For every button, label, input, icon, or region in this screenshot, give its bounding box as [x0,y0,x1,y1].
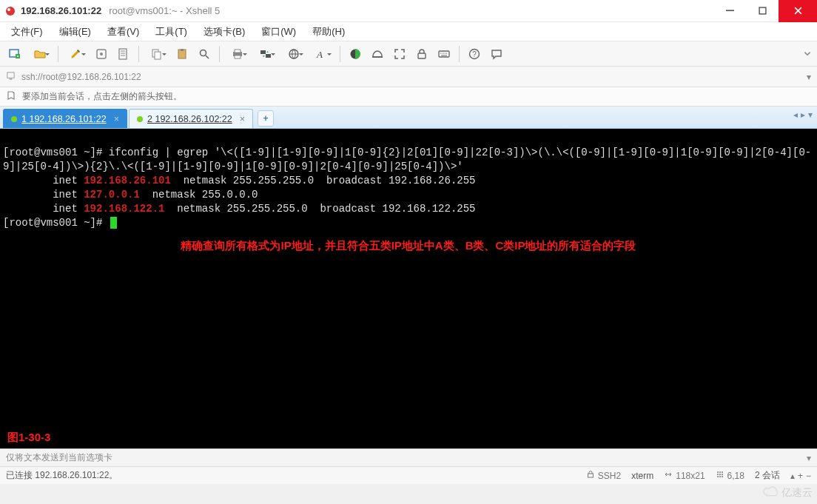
tunneling-button[interactable] [367,44,388,64]
keyboard-button[interactable] [434,44,454,64]
svg-rect-15 [235,50,241,53]
svg-point-33 [717,474,719,475]
app-icon [4,5,16,17]
svg-point-31 [719,471,721,473]
resize-icon [664,470,673,481]
status-sessions: 2 会话 [755,469,780,482]
svg-point-36 [717,476,719,477]
add-tab-button[interactable]: + [258,110,274,127]
chevron-down-icon[interactable]: ▾ [807,453,811,463]
status-bar: 已连接 192.168.26.101:22。 SSH2 xterm 118x21… [0,466,817,484]
status-protocol: SSH2 [586,470,621,481]
svg-point-13 [201,50,206,56]
close-button[interactable] [779,0,817,22]
tab-next-icon[interactable]: ▸ [801,110,805,120]
cursor-icon [110,217,117,229]
session-tabs: 1 192.168.26.101:22 × 2 192.168.26.102:2… [0,107,817,129]
status-term-type: xterm [631,471,653,481]
address-text[interactable]: ssh://root@192.168.26.101:22 [21,72,141,82]
chevron-up-icon[interactable]: ▴ [790,471,795,481]
properties-button[interactable] [113,44,134,64]
svg-rect-3 [759,7,766,14]
terminal-annotation: 精确查询所有格式为IP地址，并且符合五类IP地址中A类、B类、C类IP地址的所有… [0,238,817,252]
status-cursor-pos: 6,18 [716,470,744,481]
reconnect-button[interactable] [63,44,90,64]
svg-rect-16 [235,56,241,58]
terminal-prompt-line: [root@vms001 ~]# [3,217,117,229]
session-tab-1[interactable]: 1 192.168.26.101:22 × [3,109,127,128]
close-icon[interactable]: × [114,114,119,124]
terminal-output-line: inet 192.168.122.1 netmask 255.255.255.0… [3,203,476,215]
close-icon[interactable]: × [240,114,245,124]
menu-view[interactable]: 查看(V) [101,23,146,41]
svg-point-32 [722,471,723,473]
open-session-button[interactable] [27,44,53,64]
maximize-button[interactable] [746,0,779,22]
find-button[interactable] [194,44,215,64]
menu-window[interactable]: 窗口(W) [255,23,303,41]
menu-file[interactable]: 文件(F) [4,23,50,41]
print-button[interactable] [224,44,251,64]
address-dropdown-icon[interactable]: ▾ [807,72,811,82]
font-button[interactable]: A [309,44,335,64]
toolbar-overflow-button[interactable] [802,44,813,64]
send-target-text: 仅将文本发送到当前选项卡 [6,451,112,464]
menu-tabs[interactable]: 选项卡(B) [197,23,252,41]
watermark: 亿速云 [762,485,813,501]
chat-button[interactable] [486,44,507,64]
svg-point-1 [7,8,10,11]
svg-rect-24 [439,51,449,57]
paste-button[interactable] [172,44,192,64]
new-session-button[interactable] [4,44,25,64]
window-titlebar: 192.168.26.101:22 root@vms001:~ - Xshell… [0,0,817,22]
toolbar-separator [340,46,340,62]
window-title-host: 192.168.26.101:22 [21,5,101,16]
host-icon [6,71,16,83]
lock-icon [586,470,595,481]
terminal-command: ifconfig | egrep '\<([1-9]|[1-9][0-9]|1[… [3,147,811,172]
svg-text:A: A [316,49,323,60]
language-button[interactable] [280,44,307,64]
plus-icon[interactable]: + [798,471,803,481]
svg-point-34 [719,474,721,475]
terminal-output-line: inet 192.168.26.101 netmask 255.255.255.… [3,175,476,187]
toolbar-separator [219,46,220,62]
minus-icon[interactable]: − [806,471,811,481]
svg-rect-18 [266,54,271,58]
bookmark-add-icon[interactable] [6,90,16,103]
svg-point-37 [719,476,721,477]
svg-rect-28 [10,78,13,79]
status-nav[interactable]: ▴ + − [790,471,811,481]
toolbar-separator [138,46,139,62]
lock-button[interactable] [411,44,432,64]
send-target-bar[interactable]: 仅将文本发送到当前选项卡 ▾ [0,448,817,466]
svg-rect-12 [181,49,184,51]
svg-point-7 [100,53,103,56]
toolbar: A ? [0,41,817,67]
color-scheme-button[interactable] [345,44,366,64]
svg-rect-2 [726,10,734,11]
figure-label: 图1-30-3 [7,430,50,444]
svg-rect-10 [155,52,161,59]
terminal-view[interactable]: [root@vms001 ~]# ifconfig | egrep '\<([1… [0,129,817,448]
svg-rect-22 [372,56,383,58]
minimize-button[interactable] [713,0,746,22]
fullscreen-button[interactable] [389,44,410,64]
terminal-output-line: inet 127.0.0.1 netmask 255.0.0.0 [3,189,258,201]
menu-edit[interactable]: 编辑(E) [53,23,98,41]
transfer-button[interactable] [252,44,279,64]
terminal-prompt: [root@vms001 ~]# [3,147,109,158]
status-dot-icon [11,116,17,122]
svg-point-30 [717,471,719,473]
toolbar-separator [459,46,460,62]
copy-button[interactable] [144,44,170,64]
help-button[interactable]: ? [464,44,485,64]
tab-menu-icon[interactable]: ▾ [808,110,813,120]
session-tab-2[interactable]: 2 192.168.26.102:22 × [129,109,253,128]
hint-text: 要添加当前会话，点击左侧的箭头按钮。 [22,90,182,103]
svg-point-35 [722,474,723,475]
tab-prev-icon[interactable]: ◂ [793,110,798,120]
menu-help[interactable]: 帮助(H) [306,23,352,41]
menu-tools[interactable]: 工具(T) [149,23,194,41]
disconnect-button[interactable] [91,44,112,64]
